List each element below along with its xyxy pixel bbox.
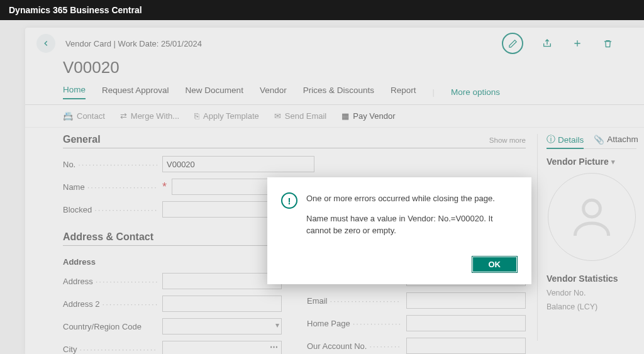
toolbar-merge[interactable]: ⇄Merge With...	[120, 111, 179, 121]
page-title: V00020	[25, 54, 644, 85]
toolbar-apply-template[interactable]: ⎘Apply Template	[194, 111, 259, 121]
input-city[interactable]	[162, 341, 282, 354]
ok-button[interactable]: OK	[472, 256, 518, 273]
input-email[interactable]	[406, 292, 526, 309]
share-icon[interactable]	[541, 37, 553, 50]
error-title: One or more errors occurred while closin…	[306, 192, 518, 205]
new-icon[interactable]	[571, 37, 584, 50]
error-dialog: ! One or more errors occurred while clos…	[267, 177, 531, 284]
toolbar-pay-vendor[interactable]: ▦Pay Vendor	[341, 111, 395, 121]
side-panel: ⓘ Details 📎 Attachm Vendor Picture ▾ Ven…	[537, 134, 644, 341]
label-homepage: Home Page	[307, 319, 401, 328]
email-icon: ✉	[274, 111, 281, 121]
error-icon: !	[281, 192, 297, 209]
label-blocked: Blocked	[63, 205, 157, 214]
vendor-statistics-header: Vendor Statistics	[547, 274, 636, 284]
contact-icon: 📇	[63, 111, 73, 121]
section-general-title: General	[63, 134, 101, 145]
label-country: Country/Region Code	[63, 322, 157, 331]
side-tab-attachments[interactable]: 📎 Attachm	[594, 134, 638, 145]
toolbar-send-email[interactable]: ✉Send Email	[274, 111, 326, 121]
pay-icon: ▦	[341, 111, 349, 121]
label-our-account: Our Account No.	[307, 341, 401, 351]
label-address2: Address 2	[63, 299, 157, 309]
template-icon: ⎘	[194, 111, 199, 121]
input-country[interactable]	[162, 318, 282, 335]
action-toolbar: 📇Contact ⇄Merge With... ⎘Apply Template …	[25, 105, 644, 128]
show-more-general[interactable]: Show more	[489, 136, 526, 144]
tab-request-approval[interactable]: Request Approval	[102, 86, 169, 99]
label-email: Email	[307, 296, 401, 306]
attachment-icon: 📎	[594, 135, 604, 145]
tab-prices-discounts[interactable]: Prices & Discounts	[303, 86, 374, 99]
label-name: Name	[63, 182, 157, 192]
nav-tabs: Home Request Approval New Document Vendo…	[25, 85, 644, 105]
delete-icon[interactable]	[601, 37, 614, 50]
back-button[interactable]	[36, 34, 55, 53]
side-tab-details[interactable]: ⓘ Details	[547, 134, 584, 149]
tab-vendor[interactable]: Vendor	[260, 86, 287, 99]
edit-button[interactable]	[502, 33, 523, 54]
ellipsis-icon: ⋯	[270, 342, 278, 351]
label-city: City	[63, 345, 157, 354]
label-address: Address	[63, 277, 157, 286]
stat-vendor-no: Vendor No.	[547, 289, 636, 297]
input-homepage[interactable]	[406, 315, 526, 331]
app-bar: Dynamics 365 Business Central	[0, 0, 644, 20]
label-no: No.	[63, 160, 157, 169]
section-address-title: Address & Contact	[63, 231, 153, 243]
input-address2[interactable]	[162, 296, 282, 312]
tab-home[interactable]: Home	[63, 85, 86, 99]
input-no[interactable]	[162, 156, 314, 172]
vendor-avatar	[548, 173, 636, 261]
sub-address: Address	[63, 257, 282, 267]
tab-new-document[interactable]: New Document	[186, 86, 243, 99]
stat-balance-lcy: Balance (LCY)	[547, 302, 636, 311]
tab-report[interactable]: Report	[391, 86, 416, 99]
info-icon: ⓘ	[547, 134, 555, 145]
toolbar-contact[interactable]: 📇Contact	[63, 111, 105, 121]
more-options[interactable]: More options	[451, 87, 500, 97]
required-asterisk: *	[162, 184, 167, 190]
error-message: Name must have a value in Vendor: No.=V0…	[306, 213, 518, 237]
svg-point-0	[583, 200, 600, 217]
merge-icon: ⇄	[120, 111, 127, 121]
chevron-down-icon: ▾	[611, 158, 615, 166]
vendor-picture-header[interactable]: Vendor Picture ▾	[547, 157, 636, 167]
breadcrumb: Vendor Card | Work Date: 25/01/2024	[65, 39, 202, 48]
input-our-account[interactable]	[406, 338, 526, 354]
app-name: Dynamics 365 Business Central	[9, 5, 142, 15]
input-address[interactable]	[162, 273, 282, 289]
